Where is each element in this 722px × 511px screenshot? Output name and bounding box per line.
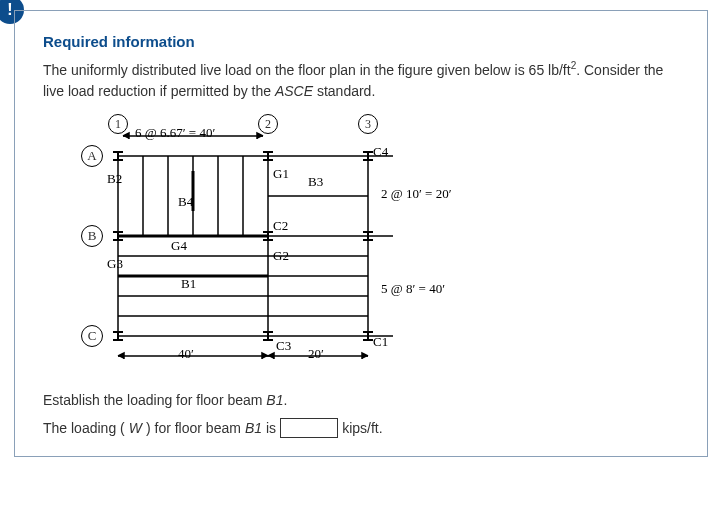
dim-bot-1: 40′: [178, 346, 194, 362]
lbl-b3: B3: [308, 174, 323, 190]
grid-row-b: B: [81, 225, 103, 247]
required-title: Required information: [43, 33, 679, 50]
grid-row-c: C: [81, 325, 103, 347]
lbl-g4: G4: [171, 238, 187, 254]
loading-input[interactable]: [280, 418, 338, 438]
prompt2-c: B1: [245, 420, 262, 436]
desc-text-3: standard.: [313, 83, 375, 99]
prompt2-a: The loading (: [43, 420, 125, 436]
question-container: Required information The uniformly distr…: [14, 10, 708, 457]
prompt-establish: Establish the loading for floor beam B1.: [43, 392, 679, 408]
floor-plan-figure: 1 2 3 A B C 6 @ 6.67′ = 40′ 2 @ 10′ = 20…: [63, 116, 483, 376]
lbl-b2: B2: [107, 171, 122, 187]
lbl-c3: C3: [276, 338, 291, 354]
desc-text-1: The uniformly distributed live load on t…: [43, 62, 571, 78]
dim-top: 6 @ 6.67′ = 40′: [135, 125, 215, 141]
prompt1-text-c: .: [283, 392, 287, 408]
dim-right-1: 2 @ 10′ = 20′: [381, 186, 452, 202]
lbl-c2: C2: [273, 218, 288, 234]
lbl-b1: B1: [181, 276, 196, 292]
lbl-g3: G3: [107, 256, 123, 272]
description: The uniformly distributed live load on t…: [43, 58, 679, 102]
floor-plan-svg: [63, 116, 483, 376]
lbl-g1: G1: [273, 166, 289, 182]
lbl-c4: C4: [373, 144, 388, 160]
prompt2-d: is: [266, 420, 276, 436]
dim-bot-2: 20′: [308, 346, 324, 362]
grid-row-a: A: [81, 145, 103, 167]
grid-col-2: 2: [258, 114, 278, 134]
prompt1-text-a: Establish the loading for floor beam: [43, 392, 266, 408]
prompt2-w: W: [129, 420, 142, 436]
figure-wrap: 1 2 3 A B C 6 @ 6.67′ = 40′ 2 @ 10′ = 20…: [63, 116, 679, 376]
lbl-g2: G2: [273, 248, 289, 264]
grid-col-1: 1: [108, 114, 128, 134]
lbl-c1: C1: [373, 334, 388, 350]
lbl-b4: B4: [178, 194, 193, 210]
grid-col-3: 3: [358, 114, 378, 134]
desc-asce: ASCE: [275, 83, 313, 99]
prompt-loading: The loading (W) for floor beam B1 is kip…: [43, 418, 679, 438]
prompt1-b1: B1: [266, 392, 283, 408]
prompt2-b: ) for floor beam: [146, 420, 241, 436]
dim-right-2: 5 @ 8′ = 40′: [381, 281, 445, 297]
prompt2-unit: kips/ft.: [342, 420, 382, 436]
